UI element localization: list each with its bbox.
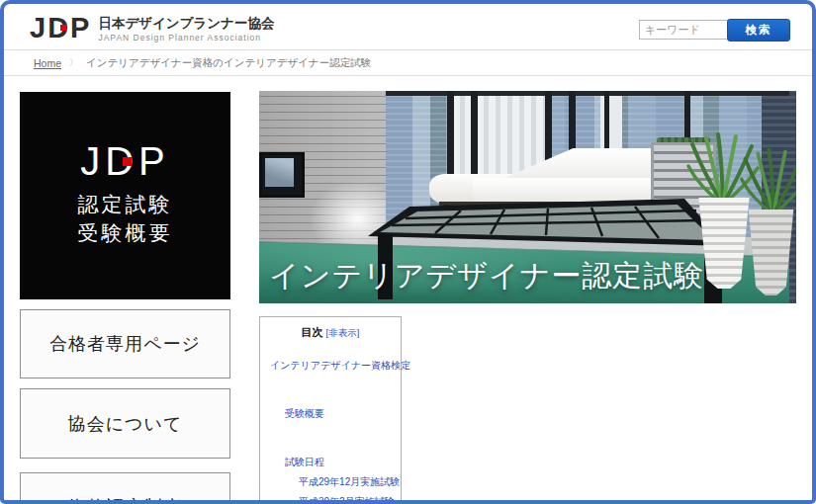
hero-window-header — [383, 91, 796, 96]
breadcrumb-separator: 〉 — [69, 56, 78, 69]
hero-mirror-glass — [265, 158, 294, 187]
site-logo[interactable]: JDP 日本デザインプランナー協会 JAPAN Design Planner A… — [30, 13, 274, 43]
logo-red-square-icon — [60, 25, 66, 31]
toc-link-exam-schedule[interactable]: 試験日程 — [285, 456, 324, 469]
toc-box: 目次[非表示] インテリアデザイナー資格検定 受験概要 試験日程 平成29年12… — [259, 316, 402, 504]
org-name-ja: 日本デザインプランナー協会 — [98, 16, 274, 31]
org-name-en: JAPAN Design Planner Association — [98, 32, 274, 43]
banner-line2: 受験概要 — [20, 219, 230, 248]
search-button[interactable]: 検索 — [727, 19, 790, 42]
toc-heading: 目次 — [302, 326, 323, 338]
hero-wall-mirror — [259, 152, 305, 198]
page: JDP 日本デザインプランナー協会 JAPAN Design Planner A… — [0, 0, 816, 504]
toc-heading-row: 目次[非表示] — [260, 325, 401, 340]
sidebar-item-about-association[interactable]: 協会について — [20, 388, 230, 459]
sidebar-item-certification-system[interactable]: 資格認定制度 — [20, 472, 230, 504]
banner-line1: 認定試験 — [20, 191, 230, 219]
sidebar-exam-banner[interactable]: JDP 認定試験 受験概要 — [20, 92, 230, 299]
toc-link-qualification[interactable]: インテリアデザイナー資格検定 — [270, 359, 410, 373]
hero-title: インテリアデザイナー認定試験 — [269, 256, 704, 296]
search-input[interactable] — [639, 20, 736, 40]
breadcrumb-home-link[interactable]: Home — [34, 57, 61, 69]
breadcrumb-current: インテリアデザイナー資格のインテリアデザイナー認定試験 — [86, 56, 371, 70]
sidebar-item-passers-page[interactable]: 合格者専用ページ — [20, 309, 230, 378]
toc-link-exam-h30-feb[interactable]: 平成30年2月実施試験 — [299, 495, 395, 504]
banner-red-square-icon — [123, 157, 132, 166]
toc-link-exam-overview[interactable]: 受験概要 — [285, 407, 324, 421]
hero-image: インテリアデザイナー認定試験 — [259, 91, 796, 303]
toc-hide-toggle[interactable]: [非表示] — [326, 327, 360, 338]
toc-link-exam-h29-dec[interactable]: 平成29年12月実施試験 — [299, 475, 400, 489]
breadcrumb: Home 〉 インテリアデザイナー資格のインテリアデザイナー認定試験 — [4, 49, 812, 76]
